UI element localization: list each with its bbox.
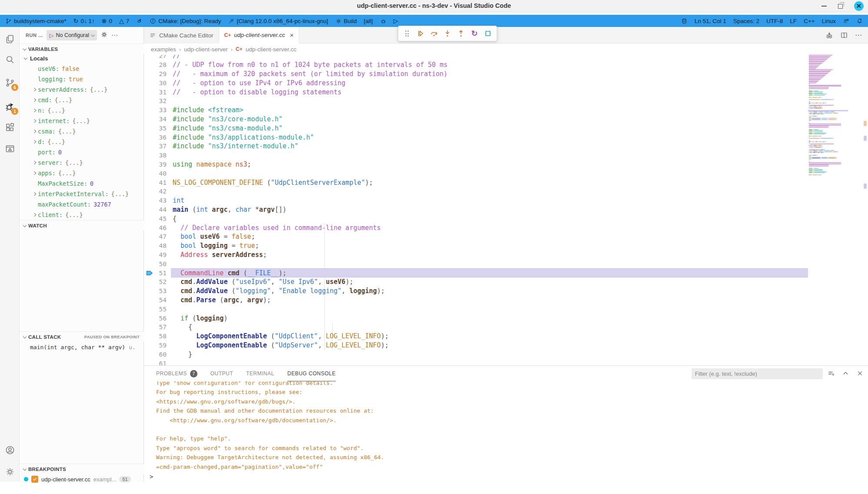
status-item-debug-target[interactable] <box>380 18 387 24</box>
console-prompt[interactable]: > <box>150 473 153 480</box>
code-line[interactable]: 57 { <box>144 323 808 332</box>
code-line[interactable]: 61 <box>144 359 808 365</box>
code-line[interactable]: 41NS_LOG_COMPONENT_DEFINE ("UdpClientSer… <box>144 178 808 187</box>
code-line[interactable]: 49 Address serverAddress; <box>144 250 808 260</box>
breakpoints-section-header[interactable]: BREAKPOINTS <box>20 464 144 474</box>
activity-item-settings[interactable] <box>0 463 20 481</box>
breakpoint-checkbox[interactable] <box>31 476 38 483</box>
continue-icon[interactable] <box>416 28 425 39</box>
status-item-memory[interactable] <box>681 18 688 24</box>
more-actions-icon[interactable]: ⋯ <box>855 32 862 39</box>
code-line[interactable]: 27// <box>144 55 808 60</box>
variable-row[interactable]: cmd:{...} <box>20 95 144 105</box>
debug-console-output[interactable]: Type "show configuration" for configurat… <box>144 381 857 474</box>
call-stack-section-header[interactable]: CALL STACKPAUSED ON BREAKPOINT <box>20 331 144 342</box>
editor-scrollbar[interactable] <box>860 55 868 365</box>
code-line[interactable]: 54 cmd.Parse (argc, argv); <box>144 296 808 305</box>
status-item-platform[interactable]: Linux <box>822 18 836 24</box>
code-line[interactable]: 43int <box>144 196 808 205</box>
step-into-icon[interactable] <box>443 28 452 39</box>
activity-item-run-and-debug[interactable]: 1 <box>0 98 20 115</box>
code-line[interactable]: 35#include "ns3/csma-module.h" <box>144 124 808 133</box>
activity-item-search[interactable] <box>0 51 20 68</box>
activity-item-explorer[interactable] <box>0 30 20 48</box>
variable-row[interactable]: client:{...} <box>20 210 144 220</box>
variables-section-header[interactable]: VARIABLES <box>20 43 144 54</box>
breadcrumb-item[interactable]: udp-client-server.cc <box>246 46 297 53</box>
code-line[interactable]: 47 bool useV6 = false; <box>144 232 808 241</box>
minimize-icon[interactable] <box>821 6 827 7</box>
panel-tab-problems[interactable]: PROBLEMS7 <box>156 366 197 381</box>
variable-row[interactable]: d:{...} <box>20 137 144 147</box>
code-line[interactable]: 55 <box>144 304 808 314</box>
variable-row[interactable]: logging:true <box>20 74 144 84</box>
locals-scope-row[interactable]: Locals <box>20 53 144 63</box>
status-item-encoding[interactable]: UTF-8 <box>766 18 783 24</box>
restart-icon[interactable]: ↻ <box>470 28 479 39</box>
more-actions-icon[interactable]: ⋯ <box>111 31 118 39</box>
watch-section-header[interactable]: WATCH <box>20 220 144 230</box>
code-line[interactable]: 46 // Declare variables used in command-… <box>144 223 808 232</box>
status-item-indentation[interactable]: Spaces: 2 <box>733 18 759 24</box>
panel-tab-debug-console[interactable]: DEBUG CONSOLE <box>287 366 336 381</box>
tab-udp-client-server-cc[interactable]: C+udp-client-server.cc× <box>219 27 300 43</box>
code-line[interactable]: 50 <box>144 259 808 268</box>
code-line[interactable]: 56 if (logging) <box>144 314 808 323</box>
status-item-warnings[interactable]: △7 <box>119 18 129 24</box>
status-item-cursor-position[interactable]: Ln 51, Col 1 <box>694 18 726 24</box>
stop-icon[interactable] <box>483 28 493 39</box>
stack-frame-row[interactable]: main(int argc, char ** argv)u. <box>20 342 144 352</box>
variable-row[interactable]: server:{...} <box>20 157 144 168</box>
variable-row[interactable]: internet:{...} <box>20 116 144 126</box>
status-item-sync[interactable]: ↻0↓ 1↑ <box>73 18 95 24</box>
code-line[interactable]: 44main (int argc, char *argv[]) <box>144 205 808 214</box>
code-line[interactable]: 36#include "ns3/applications-module.h" <box>144 133 808 142</box>
code-line[interactable]: 32 <box>144 97 808 106</box>
status-item-cmake-status[interactable]: CMake: [Debug]: Ready <box>150 18 221 24</box>
code-line[interactable]: 42 <box>144 187 808 196</box>
split-editor-icon[interactable] <box>840 31 848 39</box>
activity-item-cmake[interactable] <box>0 140 20 157</box>
debug-config-dropdown[interactable]: ▷ No Configural <box>47 30 97 40</box>
variable-row[interactable]: maxPacketCount:32767 <box>20 199 144 210</box>
start-debug-icon[interactable]: ▷ <box>50 32 54 39</box>
code-line[interactable]: 40 <box>144 169 808 178</box>
code-line[interactable]: 34#include "ns3/core-module.h" <box>144 115 808 124</box>
code-line[interactable]: 29// - maximum of 320 packets sent (or l… <box>144 70 808 79</box>
variable-row[interactable]: MaxPacketSize:0 <box>20 178 144 189</box>
step-out-icon[interactable] <box>456 28 466 39</box>
status-item-errors[interactable]: ⊗0 <box>102 18 112 24</box>
breadcrumb-item[interactable]: examples <box>151 46 176 53</box>
code-line[interactable]: 60 } <box>144 350 808 359</box>
code-line[interactable]: 48 bool logging = true; <box>144 241 808 250</box>
variable-row[interactable]: useV6:false <box>20 63 144 74</box>
code-line[interactable]: 59 LogComponentEnable ("UdpServer", LOG_… <box>144 341 808 350</box>
variable-row[interactable]: csma:{...} <box>20 126 144 137</box>
status-item-eol[interactable]: LF <box>790 18 797 24</box>
status-item-git-branch[interactable]: buildsystem-cmake* <box>5 18 67 24</box>
status-item-kit[interactable]: [Clang 12.0.0 x86_64-pc-linux-gnu] <box>228 18 328 24</box>
minimap[interactable] <box>808 55 848 185</box>
code-line[interactable]: 37#include "ns3/internet-module.h" <box>144 142 808 151</box>
code-line[interactable]: 33#include <fstream> <box>144 106 808 115</box>
code-line[interactable]: 31// - option to disable logging stateme… <box>144 87 808 97</box>
code-line[interactable]: 53 cmd.AddValue ("logging", "Enable logg… <box>144 287 808 296</box>
code-line[interactable]: 30// - option to use IPv4 or IPv6 addres… <box>144 78 808 87</box>
maximize-panel-icon[interactable] <box>842 370 849 377</box>
activity-item-source-control[interactable]: 6 <box>0 74 20 91</box>
close-icon[interactable]: × <box>290 31 294 39</box>
code-line[interactable]: 28// - UDP flow from n0 to n1 of 1024 by… <box>144 60 808 70</box>
code-line[interactable]: 38 <box>144 151 808 160</box>
status-item-launch-target[interactable]: ▷ <box>394 18 398 24</box>
breadcrumb-item[interactable]: udp-client-server <box>184 46 228 53</box>
panel-tab-terminal[interactable]: TERMINAL <box>246 366 274 381</box>
variable-row[interactable]: interPacketInterval:{...} <box>20 189 144 199</box>
code-line[interactable]: 52 cmd.AddValue ("useIpv6", "Use Ipv6", … <box>144 277 808 287</box>
close-panel-icon[interactable] <box>856 370 864 377</box>
code-line[interactable]: 45{ <box>144 214 808 223</box>
variable-row[interactable]: port:0 <box>20 147 144 157</box>
close-icon[interactable]: ✕ <box>854 1 864 11</box>
status-item-debug-status[interactable] <box>136 18 143 24</box>
activity-item-account[interactable] <box>0 441 20 459</box>
status-item-language-mode[interactable]: C++ <box>804 18 815 24</box>
